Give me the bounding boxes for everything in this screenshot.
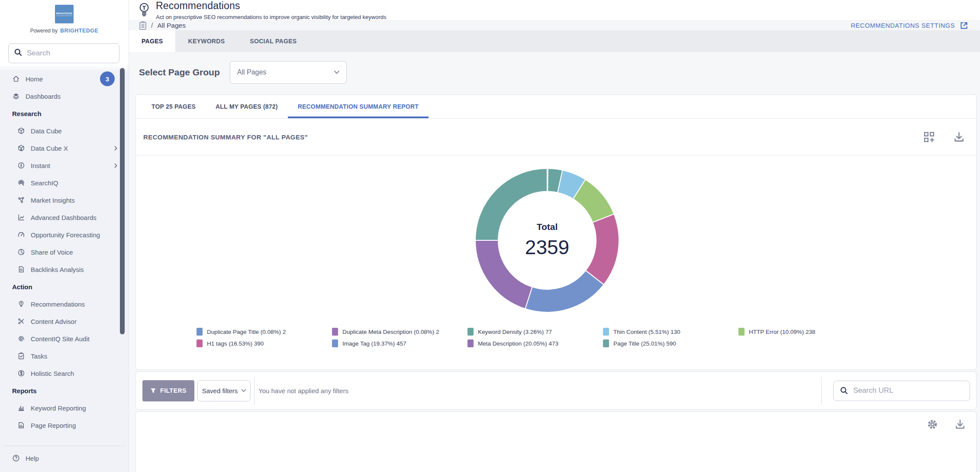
clipboard-icon[interactable] bbox=[138, 21, 148, 30]
donut-segment-meta-description[interactable] bbox=[475, 240, 532, 309]
legend-item-meta-description[interactable]: Meta Description (20.05%) 473 bbox=[467, 339, 603, 347]
download-icon[interactable] bbox=[953, 131, 965, 143]
sidebar-item-tasks[interactable]: Tasks bbox=[0, 347, 129, 365]
page-group-label: Select Page Group bbox=[139, 67, 220, 78]
sidebar-item-advanced-dashboards[interactable]: Advanced Dashboards bbox=[0, 209, 129, 226]
sidebar-item-label: Recommendations bbox=[31, 301, 85, 308]
report-tab-recommendation-summary-report[interactable]: RECOMMENDATION SUMMARY REPORT bbox=[288, 95, 429, 118]
lightbulb-icon bbox=[138, 1, 151, 20]
tab-social-pages[interactable]: SOCIAL PAGES bbox=[237, 30, 309, 52]
filters-button-label: FILTERS bbox=[160, 387, 187, 394]
funnel-icon bbox=[150, 388, 156, 394]
sidebar-footer: Help bbox=[3, 446, 126, 472]
chevron-down-icon bbox=[242, 389, 246, 392]
summary-card-header: RECOMMENDATION SUMMARY FOR "ALL PAGES" bbox=[136, 119, 976, 155]
sidebar-item-label: Home bbox=[26, 75, 43, 83]
legend-label: H1 tags (16.53%) 390 bbox=[207, 340, 264, 347]
sidebar-item-opportunity-forecasting[interactable]: Opportunity Forecasting bbox=[0, 226, 129, 243]
recommendations-settings-label: RECOMMENDATIONS SETTINGS bbox=[851, 22, 955, 29]
legend-item-duplicate-meta-description[interactable]: Duplicate Meta Description (0.08%) 2 bbox=[332, 328, 467, 336]
sidebar-section-reports: Reports bbox=[0, 382, 129, 399]
donut-segment-page-title[interactable] bbox=[475, 168, 547, 240]
filters-button[interactable]: FILTERS bbox=[142, 380, 194, 401]
sidebar-item-holistic-search[interactable]: Holistic Search bbox=[0, 365, 129, 382]
legend-label: Thin Content (5.51%) 130 bbox=[613, 329, 680, 335]
tab-pages[interactable]: PAGES bbox=[129, 30, 175, 52]
chevron-right-icon bbox=[113, 145, 119, 152]
legend-item-page-title[interactable]: Page Title (25.01%) 590 bbox=[603, 339, 738, 347]
url-search-input[interactable] bbox=[853, 386, 964, 395]
legend-item-h1-tags[interactable]: H1 tags (16.53%) 390 bbox=[197, 339, 332, 347]
data-cube-x-icon bbox=[17, 144, 25, 152]
content: Select Page Group All Pages TOP 25 PAGES… bbox=[129, 52, 980, 472]
dashboards-icon bbox=[12, 92, 20, 100]
sidebar-item-searchiq[interactable]: SearchIQ bbox=[0, 174, 129, 191]
tab-keywords[interactable]: KEYWORDS bbox=[175, 30, 237, 52]
saved-filters-dropdown[interactable]: Saved filters bbox=[197, 380, 251, 401]
sidebar-item-page-reporting[interactable]: Page Reporting bbox=[0, 417, 129, 434]
contentiq-icon bbox=[17, 335, 25, 343]
sidebar-item-content-advisor[interactable]: Content Advisor bbox=[0, 313, 129, 330]
sidebar-item-label: Holistic Search bbox=[31, 370, 74, 377]
advanced-dashboards-icon bbox=[17, 213, 25, 221]
sidebar-item-home[interactable]: Home3 bbox=[0, 70, 129, 87]
sidebar-item-dashboards[interactable]: Dashboards bbox=[0, 87, 129, 105]
chart-legend: Duplicate Page Title (0.08%) 2Duplicate … bbox=[197, 328, 889, 347]
saved-filters-label: Saved filters bbox=[202, 387, 238, 394]
logo-text: BRIGHTEDGE bbox=[56, 12, 72, 16]
legend-item-keyword-density[interactable]: Keyword Density (3.26%) 77 bbox=[467, 328, 603, 336]
donut-segment-image-tag[interactable] bbox=[525, 271, 603, 312]
divider bbox=[254, 377, 255, 404]
legend-swatch bbox=[332, 339, 338, 347]
breadcrumb-current[interactable]: All Pages bbox=[157, 22, 185, 29]
report-tab-top-25-pages[interactable]: TOP 25 PAGES bbox=[142, 95, 206, 118]
brightedge-logo: BRIGHTEDGE bbox=[0, 0, 129, 23]
add-to-dashboard-icon[interactable] bbox=[923, 131, 935, 143]
legend-label: Meta Description (20.05%) 473 bbox=[478, 340, 558, 347]
chevron-right-icon bbox=[113, 162, 119, 169]
page-subtitle: Act on prescriptive SEO recommendations … bbox=[156, 14, 387, 20]
sidebar-item-recommendations[interactable]: Recommendations bbox=[0, 295, 129, 313]
legend-swatch bbox=[467, 339, 474, 347]
url-search[interactable] bbox=[833, 381, 970, 401]
sidebar-item-label: SearchIQ bbox=[31, 179, 58, 187]
main-tabs: PAGESKEYWORDSSOCIAL PAGES bbox=[129, 30, 980, 52]
holistic-search-icon bbox=[17, 369, 25, 377]
notification-badge: 3 bbox=[100, 71, 115, 86]
sidebar-item-label: Backlinks Analysis bbox=[31, 266, 84, 273]
report-tab-all-my-pages-872[interactable]: ALL MY PAGES (872) bbox=[206, 95, 288, 118]
sidebar-item-help[interactable]: Help bbox=[3, 449, 126, 468]
gear-icon[interactable] bbox=[927, 419, 938, 430]
sidebar-item-keyword-reporting[interactable]: Keyword Reporting bbox=[0, 399, 129, 417]
sidebar-item-data-cube-x[interactable]: Data Cube X bbox=[0, 139, 129, 157]
page-header: Recommendations Act on prescriptive SEO … bbox=[129, 0, 980, 21]
legend-item-image-tag[interactable]: Image Tag (19.37%) 457 bbox=[332, 339, 467, 347]
sidebar-item-share-of-voice[interactable]: Share of Voice bbox=[0, 243, 129, 261]
sidebar-item-backlinks-analysis[interactable]: Backlinks Analysis bbox=[0, 261, 129, 278]
powered-by: Powered by BRIGHTEDGE bbox=[0, 28, 129, 34]
legend-item-thin-content[interactable]: Thin Content (5.51%) 130 bbox=[603, 328, 738, 336]
page-group-dropdown[interactable]: All Pages bbox=[230, 61, 347, 84]
sidebar-search-input[interactable] bbox=[27, 49, 122, 58]
page-group-selected: All Pages bbox=[237, 68, 267, 76]
legend-label: Duplicate Meta Description (0.08%) 2 bbox=[342, 329, 439, 335]
help-label: Help bbox=[26, 455, 39, 462]
sidebar-item-data-cube[interactable]: Data Cube bbox=[0, 122, 129, 139]
recommendations-icon bbox=[17, 300, 25, 308]
sidebar-item-market-insights[interactable]: Market Insights bbox=[0, 191, 129, 209]
tasks-icon bbox=[17, 352, 25, 360]
sidebar-item-label: Advanced Dashboards bbox=[31, 214, 97, 221]
legend-item-duplicate-page-title[interactable]: Duplicate Page Title (0.08%) 2 bbox=[197, 328, 332, 336]
breadcrumb: / All Pages RECOMMENDATIONS SETTINGS bbox=[129, 21, 980, 30]
sidebar-search[interactable] bbox=[8, 43, 119, 63]
sidebar-item-contentiq-site-audit[interactable]: ContentIQ Site Audit bbox=[0, 330, 129, 347]
download-icon[interactable] bbox=[954, 419, 966, 430]
sidebar-scrollbar[interactable] bbox=[120, 68, 125, 334]
sidebar-item-instant[interactable]: Instant bbox=[0, 157, 129, 174]
results-card-actions bbox=[136, 412, 976, 430]
legend-swatch bbox=[197, 339, 203, 347]
sidebar-section-action: Action bbox=[0, 278, 129, 295]
content-advisor-icon bbox=[17, 317, 25, 325]
legend-item-http-error[interactable]: HTTP Error (10.09%) 238 bbox=[738, 328, 874, 336]
recommendations-settings-link[interactable]: RECOMMENDATIONS SETTINGS bbox=[851, 21, 969, 30]
